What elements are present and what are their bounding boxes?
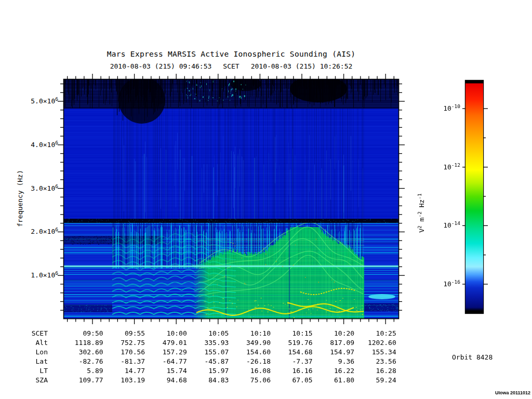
ephemeris-cell: 103.19 — [111, 376, 153, 385]
y-tick-label: 3.0×106 — [14, 184, 58, 192]
ephemeris-row-label: SCET — [19, 329, 69, 338]
ephemeris-cell: 14.77 — [111, 366, 153, 376]
ephemeris-cell: 10:20 — [320, 329, 362, 338]
ephemeris-cell: 75.06 — [236, 376, 278, 385]
orbit-label: Orbit 8428 — [452, 353, 493, 361]
ephemeris-cell: -26.18 — [236, 357, 278, 366]
ephemeris-cell: 16.28 — [362, 366, 404, 376]
ephemeris-table: SCET09:5009:5510:0010:0510:1010:1510:201… — [19, 329, 404, 385]
scet-start: 2010-08-03 (215) 09:46:53 — [110, 62, 212, 70]
colorbar-gradient — [466, 81, 483, 313]
ephemeris-cell: 84.83 — [194, 376, 236, 385]
ephemeris-cell: 1118.89 — [69, 338, 111, 348]
ephemeris-cell: 16.08 — [236, 366, 278, 376]
scet-end: 2010-08-03 (215) 10:26:52 — [251, 62, 353, 70]
ephemeris-cell: 15.97 — [194, 366, 236, 376]
ephemeris-cell: 15.74 — [152, 366, 194, 376]
ephemeris-cell: 155.07 — [194, 348, 236, 357]
ephemeris-row-label: LT — [19, 366, 69, 376]
ephemeris-cell: 16.22 — [320, 366, 362, 376]
chart-title: Mars Express MARSIS Active Ionospheric S… — [63, 50, 399, 58]
ephemeris-cell: 154.97 — [320, 348, 362, 357]
scet-axis-label: SCET — [223, 62, 239, 70]
y-axis-title: frequency (Hz) — [16, 167, 24, 230]
ephemeris-cell: 16.16 — [278, 366, 320, 376]
ephemeris-cell: 154.60 — [236, 348, 278, 357]
ephemeris-cell: 752.75 — [111, 338, 153, 348]
ephemeris-cell: 09:50 — [69, 329, 111, 338]
colorbar-tick-label: 10-12 — [419, 163, 460, 171]
ephemeris-cell: 9.36 — [320, 357, 362, 366]
figure-root: Mars Express MARSIS Active Ionospheric S… — [0, 0, 532, 399]
ephemeris-cell: 519.76 — [278, 338, 320, 348]
ephemeris-cell: 10:25 — [362, 329, 404, 338]
ephemeris-row-label: SZA — [19, 376, 69, 385]
ephemeris-cell: 302.60 — [69, 348, 111, 357]
ephemeris-cell: -64.77 — [152, 357, 194, 366]
ephemeris-cell: 5.89 — [69, 366, 111, 376]
ephemeris-cell: 1202.60 — [362, 338, 404, 348]
y-tick-label: 5.0×106 — [14, 97, 58, 105]
ephemeris-cell: -81.37 — [111, 357, 153, 366]
ephemeris-cell: 23.56 — [362, 357, 404, 366]
ephemeris-row-label: Alt — [19, 338, 69, 348]
ephemeris-cell: 109.77 — [69, 376, 111, 385]
ephemeris-cell: 94.68 — [152, 376, 194, 385]
chart-subtitle: 2010-08-03 (215) 09:46:53 SCET 2010-08-0… — [63, 62, 399, 70]
ephemeris-cell: 67.05 — [278, 376, 320, 385]
credit-label: UIowa 20111012 — [495, 390, 530, 395]
ephemeris-cell: 157.29 — [152, 348, 194, 357]
colorbar-tick-label: 10-10 — [419, 104, 460, 112]
y-tick-label: 2.0×106 — [14, 228, 58, 235]
y-tick-label: 1.0×106 — [14, 271, 58, 279]
ephemeris-cell: 10:05 — [194, 329, 236, 338]
ephemeris-cell: 817.09 — [320, 338, 362, 348]
colorbar-tick-label: 10-16 — [419, 280, 460, 288]
ephemeris-cell: 335.93 — [194, 338, 236, 348]
ephemeris-cell: 10:15 — [278, 329, 320, 338]
ephemeris-cell: 479.01 — [152, 338, 194, 348]
ephemeris-row-label: Lat — [19, 357, 69, 366]
colorbar-title: V2 m-2 Hz-1 — [418, 182, 426, 244]
ephemeris-row-label: Lon — [19, 348, 69, 357]
y-tick-label: 4.0×106 — [14, 141, 58, 149]
ephemeris-cell: 170.56 — [111, 348, 153, 357]
ephemeris-cell: 10:10 — [236, 329, 278, 338]
ephemeris-cell: 10:00 — [152, 329, 194, 338]
ephemeris-cell: 154.68 — [278, 348, 320, 357]
ephemeris-cell: -7.37 — [278, 357, 320, 366]
ephemeris-cell: -45.87 — [194, 357, 236, 366]
ephemeris-cell: 59.24 — [362, 376, 404, 385]
ephemeris-cell: 61.80 — [320, 376, 362, 385]
ephemeris-cell: 349.90 — [236, 338, 278, 348]
ephemeris-cell: -82.76 — [69, 357, 111, 366]
spectrogram-canvas — [64, 79, 399, 319]
ephemeris-cell: 155.34 — [362, 348, 404, 357]
ephemeris-cell: 09:55 — [111, 329, 153, 338]
